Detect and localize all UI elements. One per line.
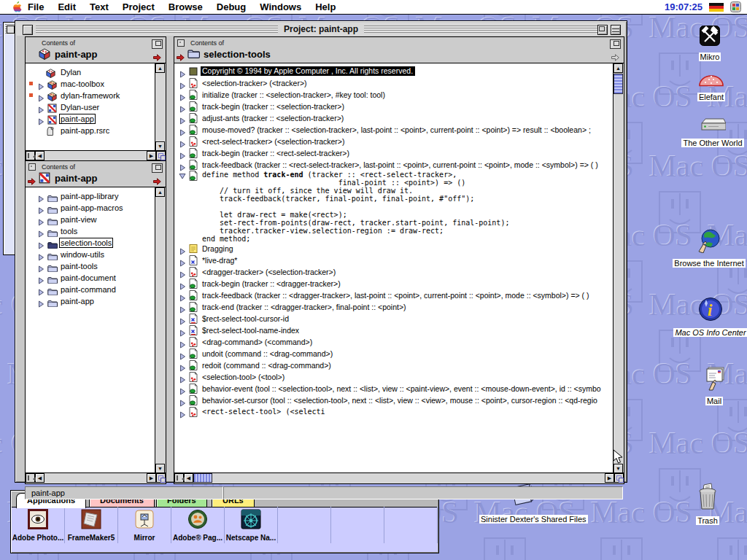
code-item[interactable]: Dragging xyxy=(174,243,614,254)
desktop-icon-mac-os-info-center[interactable]: iMac OS Info Center xyxy=(667,296,747,338)
launcher-button[interactable]: Adobe® Pag... xyxy=(171,507,225,543)
german-flag-icon[interactable] xyxy=(709,3,724,12)
launcher-button[interactable]: Adobe Photo... xyxy=(12,507,65,543)
list-item[interactable]: paint-view xyxy=(26,214,155,225)
code-item[interactable]: track-feedback (tracker :: <dragger-trac… xyxy=(174,289,614,301)
launcher-button[interactable]: FrameMaker5 xyxy=(65,507,118,543)
link-arrow-icon[interactable] xyxy=(177,51,185,64)
code-item[interactable]: mouse-moved? (tracker :: <selection-trac… xyxy=(174,124,614,136)
code-item[interactable]: track-feedback (tracker :: <rect-select-… xyxy=(174,159,614,171)
menu-browse[interactable]: Browse xyxy=(169,1,203,12)
vertical-scrollbar[interactable]: ▲ ▼ xyxy=(155,187,166,474)
pane-box-icon[interactable] xyxy=(177,39,185,47)
menu-debug[interactable]: Debug xyxy=(217,1,246,12)
menu-help[interactable]: Help xyxy=(315,1,336,12)
menu-project[interactable]: Project xyxy=(123,1,155,12)
expanded-method[interactable]: define method track-end (tracker :: <rec… xyxy=(174,171,614,243)
code-item[interactable]: initialize (tracker :: <selection-tracke… xyxy=(174,89,614,101)
scroll-right-button[interactable]: ▶ xyxy=(605,473,614,483)
menu-windows[interactable]: Windows xyxy=(260,1,301,12)
apple-menu[interactable] xyxy=(12,1,22,16)
scroll-left-button[interactable]: ◀ xyxy=(35,473,44,483)
pane-corner-widget[interactable] xyxy=(156,473,166,483)
pane-zoom-icon[interactable] xyxy=(152,163,163,173)
code-item[interactable]: track-begin (tracker :: <dragger-tracker… xyxy=(174,278,614,289)
list-item[interactable]: paint-command xyxy=(26,284,155,295)
code-item[interactable]: <drag-command> (<command>) xyxy=(174,336,614,348)
code-item[interactable]: Copyright © 1994 by Apple Computer , Inc… xyxy=(174,66,614,77)
list-item[interactable]: paint-document xyxy=(26,272,155,284)
scroll-up-button[interactable]: ▲ xyxy=(155,187,165,197)
code-item[interactable]: <rect-select-tracker> (<selection-tracke… xyxy=(174,136,614,147)
list-item[interactable]: tools xyxy=(26,225,155,237)
list-item[interactable]: paint-tools xyxy=(26,260,155,272)
scrollbar-thumb[interactable] xyxy=(614,74,623,94)
zoom-box[interactable] xyxy=(597,25,608,35)
scroll-left-button[interactable]: ◀ xyxy=(184,473,193,483)
scroll-right-button[interactable]: ▶ xyxy=(147,473,156,483)
code-item[interactable]: track-end (tracker :: <dragger-tracker>,… xyxy=(174,301,614,313)
pane-split-widget[interactable] xyxy=(174,473,184,483)
horizontal-scrollbar[interactable]: ◀ ▶ xyxy=(174,472,624,484)
pane-split-widget[interactable] xyxy=(26,151,35,160)
list-item[interactable]: paint-app.rsrc xyxy=(26,125,155,136)
code-item[interactable]: redoit (command :: <drag-command>) xyxy=(174,359,614,371)
menu-file[interactable]: File xyxy=(28,1,44,12)
disclosure-triangle[interactable] xyxy=(179,408,186,421)
desktop-icon-elefant[interactable]: Elefant xyxy=(667,71,747,103)
menu-text[interactable]: Text xyxy=(90,1,109,12)
application-menu-icon[interactable] xyxy=(730,1,741,12)
code-item[interactable]: $rect-select-tool-name-index xyxy=(174,324,614,336)
disclosure-triangle[interactable] xyxy=(37,298,44,311)
launcher-button[interactable]: Mirror xyxy=(118,507,171,543)
list-item[interactable]: mac-toolbox xyxy=(26,78,155,90)
pane-zoom-icon[interactable] xyxy=(152,39,163,49)
list-item[interactable]: paint-app-library xyxy=(26,190,155,202)
code-item[interactable]: *live-drag* xyxy=(174,254,614,266)
desktop-icon-the-other-world[interactable]: The Other World xyxy=(669,117,747,149)
project-window-titlebar[interactable]: Project: paint-app xyxy=(17,23,625,36)
desktop-icon-trash[interactable]: Trash xyxy=(664,483,747,526)
scroll-right-button[interactable]: ▶ xyxy=(147,151,156,160)
menu-edit[interactable]: Edit xyxy=(58,1,76,12)
pane-box-icon[interactable] xyxy=(28,163,36,171)
link-arrow-icon[interactable] xyxy=(28,175,36,188)
scroll-left-button[interactable]: ◀ xyxy=(35,151,44,160)
list-item[interactable]: Dylan xyxy=(26,66,155,78)
vertical-scrollbar[interactable]: ▲ ▼ xyxy=(613,63,624,474)
code-item[interactable]: <rect-select-tool> (<selecti xyxy=(174,406,614,418)
pane-split-widget[interactable] xyxy=(26,473,35,483)
code-item[interactable]: <selection-tracker> (<tracker>) xyxy=(174,77,614,89)
scroll-up-button[interactable]: ▲ xyxy=(155,63,165,73)
pane-corner-widget[interactable] xyxy=(614,473,624,483)
launcher-button[interactable]: Netscape Na... xyxy=(225,507,278,543)
desktop-icon-browse-the-internet[interactable]: Browse the Internet xyxy=(665,228,747,269)
list-item[interactable]: dylan-framework xyxy=(26,90,155,101)
list-item[interactable]: Dylan-user xyxy=(26,101,155,113)
code-item[interactable]: undoit (command :: <drag-command>) xyxy=(174,348,614,359)
code-item[interactable]: behavior-set-cursor (tool :: <selection-… xyxy=(174,394,614,406)
desktop-icon-mail[interactable]: Mail xyxy=(670,366,747,407)
horizontal-scrollbar[interactable]: ◀ ▶ xyxy=(25,472,166,484)
code-item[interactable]: track-begin (tracker :: <selection-track… xyxy=(174,101,614,112)
code-item[interactable]: $rect-select-tool-cursor-id xyxy=(174,313,614,324)
code-item[interactable]: <dragger-tracker> (<selection-tracker>) xyxy=(174,266,614,278)
background-window-close-box[interactable] xyxy=(7,26,15,34)
list-item[interactable]: paint-app-macros xyxy=(26,202,155,214)
code-item[interactable]: <selection-tool> (<tool>) xyxy=(174,371,614,383)
disclosure-triangle[interactable] xyxy=(179,172,186,181)
menu-clock[interactable]: 19:07:25 xyxy=(665,1,703,12)
pane-zoom-icon[interactable] xyxy=(610,39,621,49)
collapse-box[interactable] xyxy=(611,25,621,35)
list-item[interactable]: paint-app xyxy=(26,113,155,125)
code-item[interactable]: adjust-ants (tracker :: <selection-track… xyxy=(174,112,614,124)
list-item[interactable]: window-utils xyxy=(26,249,155,260)
code-item[interactable]: track-begin (tracker :: <rect-select-tra… xyxy=(174,147,614,159)
list-item[interactable]: selection-tools xyxy=(26,237,155,249)
vertical-scrollbar[interactable]: ▲ ▼ xyxy=(155,63,166,152)
pane-corner-widget[interactable] xyxy=(156,151,166,160)
scrollbar-thumb[interactable] xyxy=(193,473,212,483)
scroll-up-button[interactable]: ▲ xyxy=(614,63,623,73)
list-item[interactable]: paint-app xyxy=(26,295,155,307)
desktop-icon-mikro[interactable]: Mikro xyxy=(666,25,747,63)
